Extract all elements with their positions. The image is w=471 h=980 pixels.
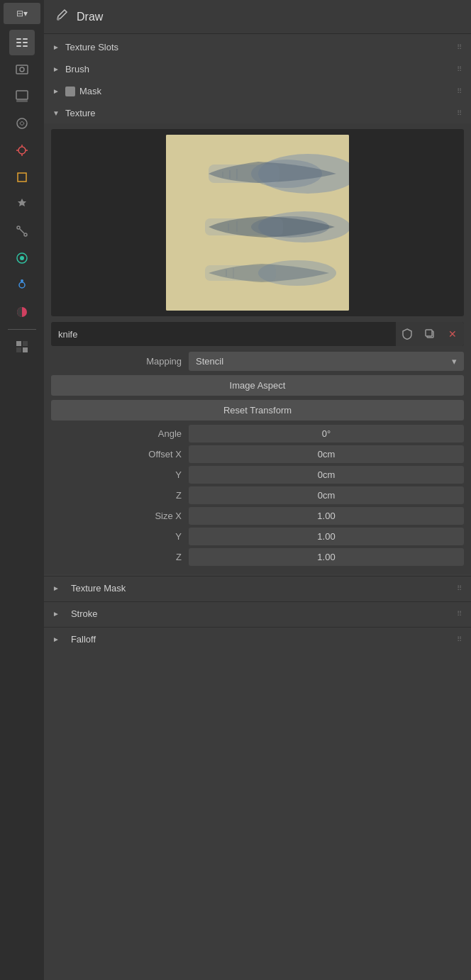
svg-rect-47 (426, 330, 432, 336)
texture-mask-arrow: ► (52, 584, 60, 592)
texture-mask-section: ► Texture Mask ⠿ (44, 576, 471, 600)
svg-rect-5 (23, 45, 28, 47)
mask-header[interactable]: ► Mask ⠿ (44, 81, 471, 101)
texture-slots-handle: ⠿ (457, 43, 462, 51)
main-panel: Draw ► Texture Slots ⠿ ► Brush ⠿ ► Mask (44, 0, 471, 980)
svg-rect-6 (16, 65, 28, 74)
mask-label: Mask (79, 86, 457, 96)
falloff-section: ► Falloff ⠿ (44, 627, 471, 651)
svg-point-29 (57, 18, 60, 21)
svg-rect-8 (16, 91, 28, 99)
field-row-size-x: Size X 1.00 (51, 507, 464, 525)
angle-value[interactable]: 0° (189, 425, 464, 442)
sidebar-divider (8, 329, 36, 330)
mask-section: ► Mask ⠿ (44, 81, 471, 101)
svg-rect-4 (23, 42, 28, 43)
texture-header[interactable]: ▼ Texture ⠿ (44, 103, 471, 123)
sidebar-icon-render[interactable] (9, 84, 35, 109)
texture-copy-btn[interactable] (419, 322, 441, 346)
svg-rect-9 (16, 100, 28, 102)
sidebar-icon-constraints[interactable] (9, 218, 35, 244)
stroke-header[interactable]: ► Stroke ⠿ (44, 601, 471, 625)
offset-z-label: Z (51, 490, 189, 501)
texture-clear-btn[interactable]: ✕ (441, 322, 464, 346)
mapping-dropdown[interactable]: Stencil ▾ (189, 352, 464, 371)
texture-slots-header[interactable]: ► Texture Slots ⠿ (44, 37, 471, 57)
falloff-header[interactable]: ► Falloff ⠿ (44, 627, 471, 651)
svg-point-10 (17, 118, 27, 128)
svg-rect-3 (23, 38, 28, 40)
size-x-label: Size X (51, 511, 189, 521)
texture-mask-handle: ⠿ (457, 584, 462, 592)
texture-handle: ⠿ (457, 109, 462, 117)
texture-slots-label: Texture Slots (65, 42, 457, 52)
brush-section: ► Brush ⠿ (44, 59, 471, 79)
svg-rect-2 (16, 45, 21, 47)
texture-content: ✕ Mapping Stencil ▾ Image Aspect Reset T… (44, 123, 471, 574)
texture-slots-section: ► Texture Slots ⠿ (44, 37, 471, 57)
size-y-value[interactable]: 1.00 (189, 528, 464, 545)
sidebar: ⊟▾ (0, 0, 44, 980)
sidebar-icon-tools[interactable] (9, 30, 35, 55)
size-x-value[interactable]: 1.00 (189, 507, 464, 525)
top-widget-icon: ⊟▾ (16, 9, 28, 18)
svg-point-7 (20, 67, 24, 72)
svg-line-19 (20, 229, 24, 233)
stroke-arrow: ► (52, 610, 60, 618)
sidebar-icon-particles[interactable] (9, 138, 35, 163)
field-row-offset-z: Z 0cm (51, 486, 464, 504)
size-z-value[interactable]: 1.00 (189, 548, 464, 566)
texture-section: ▼ Texture ⠿ (44, 103, 471, 574)
dropdown-arrow-icon: ▾ (452, 356, 457, 367)
svg-rect-1 (16, 42, 21, 43)
sidebar-icon-object[interactable] (9, 165, 35, 190)
mapping-label: Mapping (51, 356, 189, 367)
sidebar-icon-shading[interactable] (9, 299, 35, 325)
offset-y-value[interactable]: 0cm (189, 466, 464, 484)
texture-slots-arrow: ► (52, 43, 60, 51)
svg-rect-27 (16, 347, 21, 352)
mask-arrow: ► (52, 87, 60, 95)
sidebar-icon-driver[interactable] (9, 245, 35, 271)
texture-preview-area (51, 129, 464, 316)
sidebar-icon-scene[interactable] (9, 57, 35, 82)
svg-rect-25 (16, 341, 21, 346)
svg-point-22 (19, 282, 25, 288)
field-row-offset-y: Y 0cm (51, 466, 464, 484)
svg-rect-0 (16, 38, 21, 40)
field-row-size-y: Y 1.00 (51, 528, 464, 545)
texture-mask-label: Texture Mask (71, 583, 126, 594)
draw-brush-icon (54, 7, 70, 26)
sidebar-icon-modifier[interactable] (9, 191, 35, 217)
offset-x-label: Offset X (51, 449, 189, 460)
falloff-arrow: ► (52, 635, 60, 643)
falloff-label: Falloff (71, 634, 96, 645)
mask-color-box (65, 87, 75, 96)
brush-header[interactable]: ► Brush ⠿ (44, 59, 471, 79)
stroke-handle: ⠿ (457, 610, 462, 618)
texture-mask-header[interactable]: ► Texture Mask ⠿ (44, 576, 471, 600)
top-widget[interactable]: ⊟▾ (4, 3, 40, 24)
sidebar-icon-checker[interactable] (9, 334, 35, 360)
svg-rect-16 (18, 173, 26, 182)
reset-transform-button[interactable]: Reset Transform (51, 400, 464, 421)
brush-handle: ⠿ (457, 65, 462, 73)
sidebar-icon-world[interactable] (9, 111, 35, 136)
texture-arrow: ▼ (52, 109, 60, 117)
svg-point-17 (17, 226, 20, 229)
header: Draw (44, 0, 471, 34)
svg-rect-28 (23, 347, 28, 352)
texture-shield-btn[interactable] (396, 322, 419, 346)
image-aspect-button[interactable]: Image Aspect (51, 375, 464, 396)
stroke-label: Stroke (71, 608, 98, 619)
offset-x-value[interactable]: 0cm (189, 445, 464, 463)
texture-name-input[interactable] (51, 323, 396, 345)
sidebar-icon-data[interactable] (9, 272, 35, 298)
field-row-size-z: Z 1.00 (51, 548, 464, 566)
brush-label: Brush (65, 64, 457, 74)
panel-container: ► Texture Slots ⠿ ► Brush ⠿ ► Mask ⠿ (44, 34, 471, 980)
stroke-section: ► Stroke ⠿ (44, 601, 471, 625)
mask-handle: ⠿ (457, 87, 462, 95)
offset-z-value[interactable]: 0cm (189, 486, 464, 504)
size-z-label: Z (51, 552, 189, 562)
